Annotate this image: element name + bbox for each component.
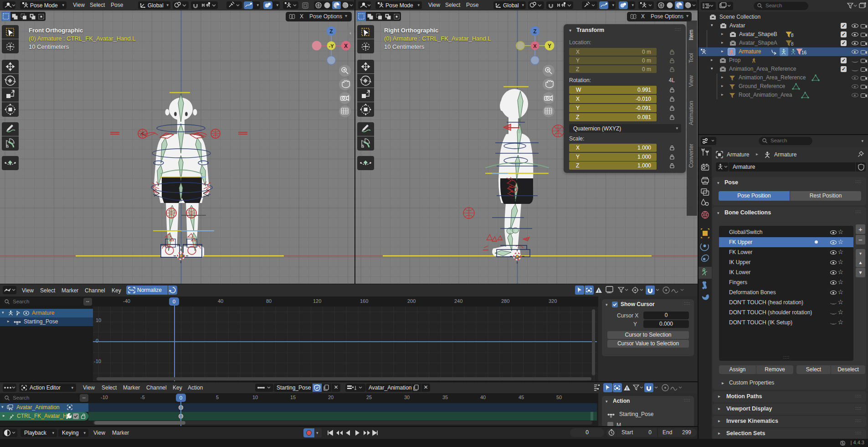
- svg-text:Z: Z: [329, 28, 333, 35]
- svg-text:X: X: [533, 43, 537, 49]
- svg-text:!: !: [627, 386, 628, 391]
- svg-text:X: X: [344, 43, 348, 49]
- svg-text:!: !: [598, 289, 600, 293]
- svg-text:-Y: -Y: [329, 43, 334, 49]
- svg-text:Y: Y: [548, 43, 551, 49]
- svg-text:‹: ‹: [349, 30, 351, 36]
- svg-text:Z: Z: [533, 28, 536, 35]
